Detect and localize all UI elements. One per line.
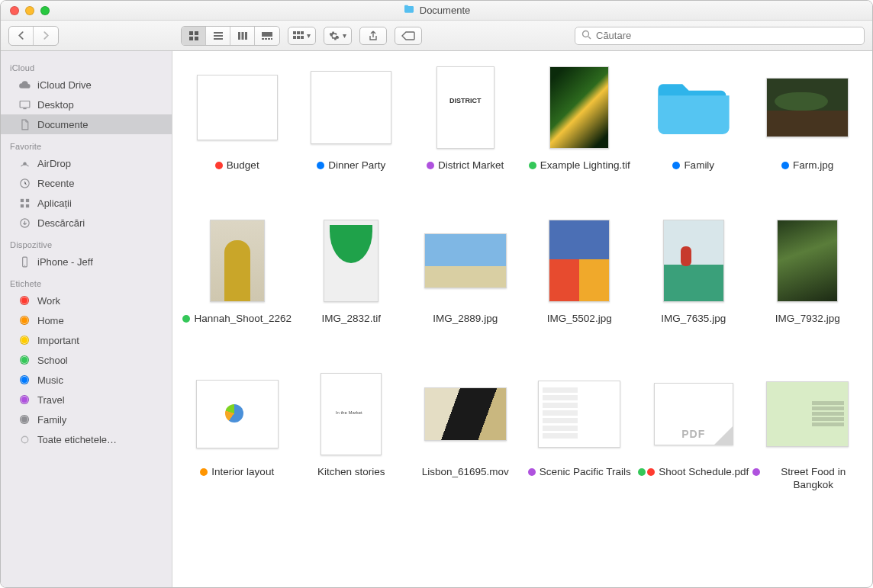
file-thumbnail — [308, 65, 394, 150]
sidebar-item[interactable]: Descărcări — [1, 213, 172, 233]
folder-icon — [403, 3, 415, 18]
file-item[interactable]: Street Food in Bangkok — [752, 371, 863, 492]
tag-dot-icon — [672, 162, 680, 169]
forward-button[interactable] — [34, 27, 58, 45]
sidebar-item[interactable]: Work — [1, 291, 172, 310]
file-name-text: IMG_5502.jpg — [547, 313, 612, 326]
view-list-button[interactable] — [206, 27, 230, 45]
sidebar-item[interactable]: iCloud Drive — [1, 75, 172, 95]
svg-rect-14 — [271, 38, 272, 40]
minimize-button[interactable] — [25, 6, 34, 15]
svg-rect-5 — [214, 35, 223, 37]
file-item[interactable]: DISTRICTDistrict Market — [410, 65, 520, 172]
svg-rect-12 — [265, 38, 267, 40]
file-name-text: Dinner Party — [328, 159, 385, 172]
file-name-text: Hannah_Shoot_2262 — [194, 313, 292, 326]
arrange-button[interactable]: ▾ — [288, 27, 316, 45]
tag-dot-icon — [18, 316, 31, 325]
sidebar-item[interactable]: Toate etichetele… — [1, 429, 172, 449]
file-item[interactable]: Budget — [182, 65, 292, 172]
file-name-text: Example Lighting.tif — [540, 159, 630, 172]
sidebar-item[interactable]: Recente — [1, 173, 172, 193]
sidebar-header: Favorite — [1, 134, 172, 153]
sidebar-item-label: Music — [37, 374, 63, 386]
action-button[interactable]: ▾ — [324, 27, 352, 45]
close-button[interactable] — [10, 6, 19, 15]
file-item[interactable]: IMG_2889.jpg — [410, 218, 520, 326]
svg-rect-9 — [245, 32, 247, 40]
file-name-text: Scenic Pacific Trails — [540, 466, 631, 479]
svg-point-34 — [21, 436, 28, 443]
airdrop-icon — [18, 157, 31, 170]
sidebar-item[interactable]: School — [1, 350, 172, 370]
svg-rect-27 — [20, 198, 23, 201]
tag-dots — [182, 315, 190, 323]
file-thumbnail — [765, 371, 850, 457]
file-item[interactable]: Scenic Pacific Trails — [524, 371, 635, 492]
file-item[interactable]: Dinner Party — [296, 65, 407, 172]
file-thumbnail: DISTRICT — [423, 65, 508, 150]
sidebar-item-label: Home — [37, 315, 64, 326]
view-icons-button[interactable] — [182, 27, 206, 45]
file-item[interactable]: Interior layout — [182, 371, 292, 492]
view-columns-button[interactable] — [230, 27, 255, 45]
sidebar-item[interactable]: Family — [1, 410, 172, 429]
sidebar-item-label: Descărcări — [37, 217, 85, 229]
sidebar-item[interactable]: AirDrop — [1, 153, 172, 173]
file-name-text: Budget — [227, 159, 259, 172]
tag-dot-icon — [647, 468, 655, 476]
tag-dot-icon — [18, 375, 31, 384]
sidebar-item[interactable]: Desktop — [1, 95, 172, 114]
file-item[interactable]: Example Lighting.tif — [524, 65, 635, 172]
file-item[interactable]: Lisbon_61695.mov — [410, 371, 520, 492]
file-thumbnail — [765, 65, 850, 150]
sidebar-item-label: Travel — [37, 394, 65, 406]
file-item[interactable]: IMG_2832.tif — [296, 218, 407, 326]
svg-rect-11 — [262, 38, 264, 40]
file-grid: BudgetDinner PartyDISTRICTDistrict Marke… — [180, 65, 865, 492]
file-item[interactable]: IMG_7635.jpg — [638, 218, 749, 326]
tag-dot-icon — [528, 468, 536, 476]
content-area: BudgetDinner PartyDISTRICTDistrict Marke… — [172, 51, 872, 587]
file-item[interactable]: Family — [638, 65, 749, 172]
tag-dot-icon — [18, 296, 31, 305]
tag-dot-icon — [18, 395, 31, 404]
svg-rect-4 — [214, 32, 223, 34]
file-name: Lisbon_61695.mov — [422, 466, 509, 479]
traffic-lights — [10, 6, 50, 15]
svg-rect-7 — [238, 32, 240, 40]
back-button[interactable] — [9, 27, 34, 45]
zoom-button[interactable] — [40, 6, 50, 15]
file-name-text: District Market — [438, 159, 504, 172]
sidebar-item[interactable]: Music — [1, 370, 172, 390]
file-item[interactable]: IMG_7932.jpg — [752, 218, 863, 326]
sidebar-item[interactable]: Aplicații — [1, 193, 172, 213]
search-input[interactable] — [596, 30, 858, 41]
tags-button[interactable] — [395, 27, 422, 45]
file-name: Street Food in Bangkok — [752, 466, 863, 492]
svg-point-33 — [24, 265, 24, 265]
svg-rect-6 — [214, 38, 223, 40]
sidebar-item[interactable]: Home — [1, 310, 172, 330]
svg-point-21 — [583, 31, 589, 37]
file-thumbnail — [536, 218, 622, 304]
file-item[interactable]: Hannah_Shoot_2262 — [182, 218, 292, 326]
file-name: Budget — [215, 159, 259, 172]
file-item[interactable]: In the MarketKitchen stories — [296, 371, 407, 492]
tag-dot-icon — [200, 468, 208, 476]
window-title-text: Documente — [420, 5, 470, 16]
sidebar-item[interactable]: Travel — [1, 390, 172, 410]
sidebar-item-label: School — [37, 355, 68, 366]
sidebar-item[interactable]: Documente — [1, 114, 172, 134]
search-field[interactable] — [575, 27, 865, 45]
file-item[interactable]: Farm.jpg — [752, 65, 863, 172]
sidebar-item[interactable]: Important — [1, 330, 172, 350]
toolbar: ▾ ▾ — [1, 21, 872, 51]
share-button[interactable] — [359, 27, 387, 45]
file-item[interactable]: IMG_5502.jpg — [524, 218, 635, 326]
download-icon — [18, 217, 31, 230]
svg-rect-0 — [189, 31, 193, 35]
file-item[interactable]: PDFShoot Schedule.pdf — [638, 371, 749, 492]
sidebar-item[interactable]: iPhone - Jeff — [1, 252, 172, 272]
view-gallery-button[interactable] — [255, 27, 279, 45]
